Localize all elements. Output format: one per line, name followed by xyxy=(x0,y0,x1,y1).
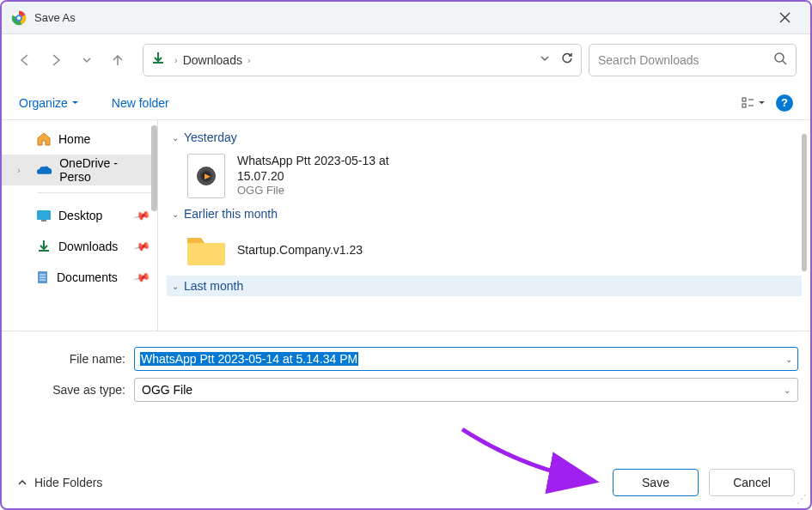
address-bar[interactable]: › Downloads › xyxy=(143,44,582,76)
sidebar-item-desktop[interactable]: Desktop 📌 xyxy=(2,200,157,231)
svg-line-6 xyxy=(783,61,786,64)
up-button[interactable] xyxy=(108,51,127,70)
arrow-left-icon xyxy=(18,53,32,67)
dropdown-arrow-icon: ⌄ xyxy=(784,386,791,395)
group-earlier-month[interactable]: ⌄ Earlier this month xyxy=(167,203,802,224)
refresh-icon xyxy=(560,52,574,65)
app-icon xyxy=(10,9,27,27)
svg-rect-8 xyxy=(742,104,746,107)
new-folder-button[interactable]: New folder xyxy=(112,96,169,110)
nav-buttons xyxy=(15,51,127,70)
titlebar: Save As xyxy=(2,2,810,34)
help-button[interactable]: ? xyxy=(776,94,793,112)
arrow-right-icon xyxy=(49,53,63,67)
hide-folders-button[interactable]: Hide Folders xyxy=(17,476,102,489)
pin-icon: 📌 xyxy=(132,269,150,287)
breadcrumb-location: Downloads xyxy=(183,53,242,67)
savetype-label: Save as type: xyxy=(14,383,134,397)
window-title: Save As xyxy=(34,11,767,24)
documents-icon xyxy=(36,270,50,285)
search-input[interactable] xyxy=(598,53,768,67)
svg-rect-11 xyxy=(37,210,51,220)
resize-grip-icon[interactable]: ⋰ xyxy=(797,493,807,505)
file-info: WhatsApp Ptt 2023-05-13 at 15.07.20 OGG … xyxy=(237,153,389,198)
back-button[interactable] xyxy=(15,51,34,70)
chevron-down-icon xyxy=(82,55,92,65)
sidebar-item-documents[interactable]: Documents 📌 xyxy=(2,262,157,293)
home-icon xyxy=(36,131,52,147)
desktop-icon xyxy=(36,209,52,222)
svg-rect-12 xyxy=(41,220,46,222)
file-item-startup[interactable]: Startup.Company.v1.23 xyxy=(167,224,802,276)
sidebar-item-home[interactable]: Home xyxy=(2,124,157,155)
group-last-month[interactable]: ⌄ Last month xyxy=(167,276,802,296)
pin-icon: 📌 xyxy=(132,238,150,256)
download-icon xyxy=(150,51,166,70)
file-thumb: ▶ xyxy=(186,155,227,197)
command-bar: Organize New folder ? xyxy=(2,86,810,120)
onedrive-icon xyxy=(36,164,52,176)
close-button[interactable] xyxy=(767,2,802,34)
chevron-down-icon: ⌄ xyxy=(172,282,179,291)
filename-label: File name: xyxy=(14,352,134,366)
cancel-button[interactable]: Cancel xyxy=(709,469,795,496)
download-icon xyxy=(36,239,52,254)
view-icon xyxy=(741,95,756,111)
refresh-button[interactable] xyxy=(560,52,574,69)
filename-row: File name: WhatsApp Ptt 2023-05-14 at 5.… xyxy=(14,347,798,371)
breadcrumb-chevron-icon: › xyxy=(247,55,251,65)
divider xyxy=(38,192,152,193)
chevron-down-icon: ⌄ xyxy=(172,133,179,143)
folder-icon xyxy=(186,233,227,267)
sidebar-scrollbar[interactable] xyxy=(151,125,157,211)
footer: Hide Folders Save Cancel xyxy=(2,457,810,508)
chevron-down-icon: ⌄ xyxy=(172,209,179,219)
address-dropdown[interactable] xyxy=(540,52,550,69)
forward-button[interactable] xyxy=(46,51,65,70)
savetype-dropdown[interactable]: OGG File ⌄ xyxy=(134,378,798,402)
toolbar: › Downloads › xyxy=(2,34,810,86)
dropdown-arrow-icon[interactable]: ⌄ xyxy=(785,355,792,364)
search-box[interactable] xyxy=(589,44,797,76)
chevron-down-icon xyxy=(540,53,550,64)
content-scrollbar[interactable] xyxy=(802,134,807,271)
pin-icon: 📌 xyxy=(132,207,150,225)
svg-point-2 xyxy=(17,15,21,19)
group-yesterday[interactable]: ⌄ Yesterday xyxy=(167,127,802,148)
file-list: ⌄ Yesterday ▶ WhatsApp Ptt 2023-05-13 at… xyxy=(158,120,810,331)
chevron-up-icon xyxy=(17,477,27,488)
recent-button[interactable] xyxy=(77,51,96,70)
folder-thumb xyxy=(186,229,227,270)
arrow-up-icon xyxy=(111,53,125,67)
breadcrumb-chevron-icon: › xyxy=(174,55,178,65)
filename-input[interactable]: WhatsApp Ptt 2023-05-14 at 5.14.34 PM ⌄ xyxy=(134,347,798,371)
save-button[interactable]: Save xyxy=(613,469,699,496)
sidebar: Home › OneDrive - Perso Desktop 📌 Downlo… xyxy=(2,120,158,331)
organize-menu[interactable]: Organize xyxy=(19,96,79,110)
file-info: Startup.Company.v1.23 xyxy=(237,242,363,258)
sidebar-item-onedrive[interactable]: › OneDrive - Perso xyxy=(2,155,157,185)
caret-down-icon xyxy=(71,99,79,106)
sidebar-item-downloads[interactable]: Downloads 📌 xyxy=(2,231,157,262)
close-icon xyxy=(779,12,791,23)
chevron-right-icon: › xyxy=(17,165,21,175)
search-icon xyxy=(773,52,787,69)
file-item-ptt[interactable]: ▶ WhatsApp Ptt 2023-05-13 at 15.07.20 OG… xyxy=(167,148,802,203)
caret-down-icon xyxy=(758,99,766,106)
svg-point-5 xyxy=(775,53,784,62)
view-options-button[interactable] xyxy=(741,95,766,111)
form-area: File name: WhatsApp Ptt 2023-05-14 at 5.… xyxy=(2,331,810,416)
main-area: Home › OneDrive - Perso Desktop 📌 Downlo… xyxy=(2,120,810,331)
savetype-row: Save as type: OGG File ⌄ xyxy=(14,378,798,402)
svg-rect-7 xyxy=(742,98,746,101)
